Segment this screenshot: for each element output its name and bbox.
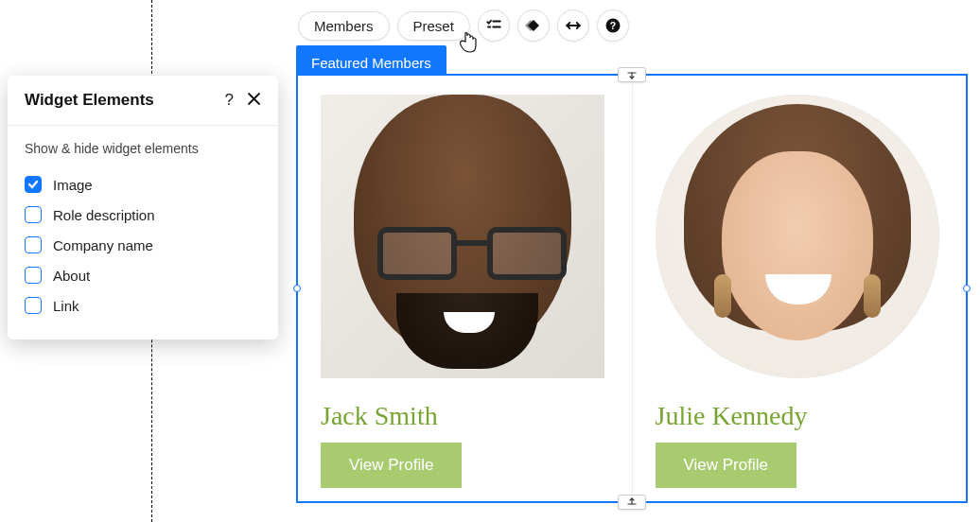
animation-icon[interactable] xyxy=(517,9,550,42)
checkbox-link[interactable]: Link xyxy=(25,290,261,321)
help-icon[interactable]: ? xyxy=(597,9,629,42)
panel-subtitle: Show & hide widget elements xyxy=(25,141,261,156)
member-name: Julie Kennedy xyxy=(656,401,808,431)
svg-text:?: ? xyxy=(610,20,616,31)
checklist-icon[interactable] xyxy=(478,9,510,42)
checkbox-label: Link xyxy=(53,298,79,314)
checkbox-label: Image xyxy=(53,177,93,193)
checkbox-label: About xyxy=(53,268,90,284)
close-icon[interactable] xyxy=(247,92,261,110)
checkbox-label: Company name xyxy=(53,237,153,253)
member-card: Julie Kennedy View Profile xyxy=(633,76,967,501)
widget-selection-frame[interactable]: Jack Smith View Profile Julie Kennedy Vi… xyxy=(296,74,968,503)
stretch-icon[interactable] xyxy=(557,9,589,42)
checkbox-about[interactable]: About xyxy=(25,260,261,290)
members-button[interactable]: Members xyxy=(298,11,390,41)
checkbox-icon xyxy=(25,236,42,253)
drag-handle-bottom[interactable] xyxy=(618,495,646,510)
editor-toolbar: Members Preset ? xyxy=(298,9,629,42)
drag-handle-top[interactable] xyxy=(618,67,646,82)
widget-elements-panel: Widget Elements ? Show & hide widget ele… xyxy=(8,76,278,339)
preset-button[interactable]: Preset xyxy=(397,11,470,41)
resize-handle-left[interactable] xyxy=(293,285,301,292)
widget-tab-label: Featured Members xyxy=(311,55,431,71)
panel-title: Widget Elements xyxy=(25,91,154,110)
member-image xyxy=(321,95,604,378)
checkbox-company-name[interactable]: Company name xyxy=(25,230,261,260)
checkbox-label: Role description xyxy=(53,207,155,223)
checkbox-image[interactable]: Image xyxy=(25,169,261,200)
view-profile-button[interactable]: View Profile xyxy=(656,443,796,488)
resize-handle-right[interactable] xyxy=(963,285,971,292)
member-name: Jack Smith xyxy=(321,401,438,431)
checkbox-role-description[interactable]: Role description xyxy=(25,200,261,230)
panel-body: Show & hide widget elements Image Role d… xyxy=(8,126,278,339)
checkbox-icon xyxy=(25,206,42,223)
member-card: Jack Smith View Profile xyxy=(298,76,633,501)
panel-help-icon[interactable]: ? xyxy=(225,91,234,110)
checkbox-icon xyxy=(25,297,42,314)
checkbox-icon xyxy=(25,176,42,193)
checkbox-icon xyxy=(25,267,42,284)
member-image xyxy=(656,95,939,378)
view-profile-button[interactable]: View Profile xyxy=(321,443,462,488)
panel-header: Widget Elements ? xyxy=(8,76,278,126)
